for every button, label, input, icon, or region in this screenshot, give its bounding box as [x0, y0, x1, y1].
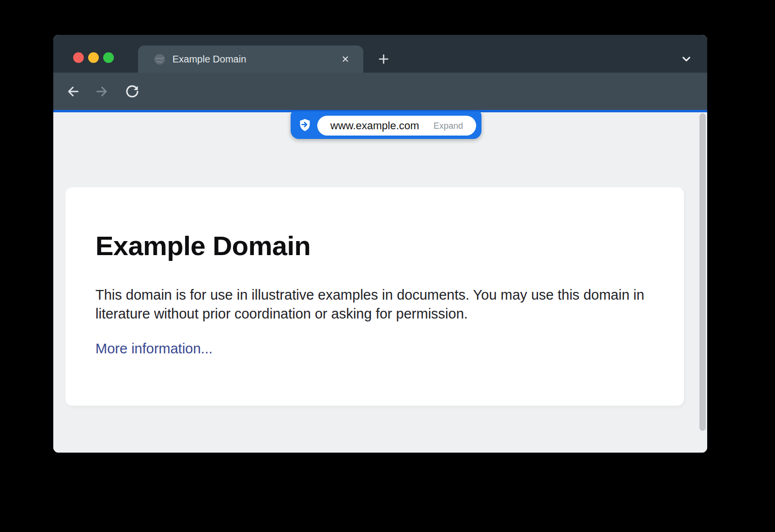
- isolation-indicator[interactable]: www.example.com Expand: [291, 111, 481, 139]
- tab-close-icon[interactable]: [340, 53, 351, 65]
- page-body-text: This domain is for use in illustrative e…: [95, 286, 654, 323]
- content-card: Example Domain This domain is for use in…: [65, 187, 684, 406]
- window-controls: [73, 52, 114, 63]
- shield-arrow-icon: [298, 118, 312, 132]
- tab-strip: Example Domain: [53, 35, 707, 73]
- back-button[interactable]: [65, 84, 80, 99]
- forward-button[interactable]: [94, 84, 110, 99]
- new-tab-button[interactable]: [376, 52, 391, 66]
- toolbar: browser-beta.cloudflareaccess.com/... C: [53, 73, 707, 110]
- isolated-domain-text: www.example.com: [330, 120, 419, 132]
- more-information-link[interactable]: More information...: [95, 341, 213, 357]
- scrollbar-thumb[interactable]: [699, 113, 706, 431]
- fullscreen-window-button[interactable]: [103, 52, 114, 63]
- close-window-button[interactable]: [73, 52, 84, 63]
- isolation-domain-pill[interactable]: www.example.com Expand: [317, 116, 476, 136]
- active-tab[interactable]: Example Domain: [138, 46, 363, 73]
- page-heading: Example Domain: [95, 230, 684, 261]
- reload-button[interactable]: [124, 84, 140, 99]
- minimize-window-button[interactable]: [88, 52, 99, 63]
- browser-window: Example Domain: [53, 35, 707, 453]
- globe-favicon-icon: [154, 53, 166, 65]
- expand-button[interactable]: Expand: [434, 121, 463, 131]
- tab-search-chevron-icon[interactable]: [679, 52, 694, 66]
- tab-title: Example Domain: [172, 54, 246, 65]
- page-viewport: www.example.com Expand Example Domain Th…: [53, 112, 707, 453]
